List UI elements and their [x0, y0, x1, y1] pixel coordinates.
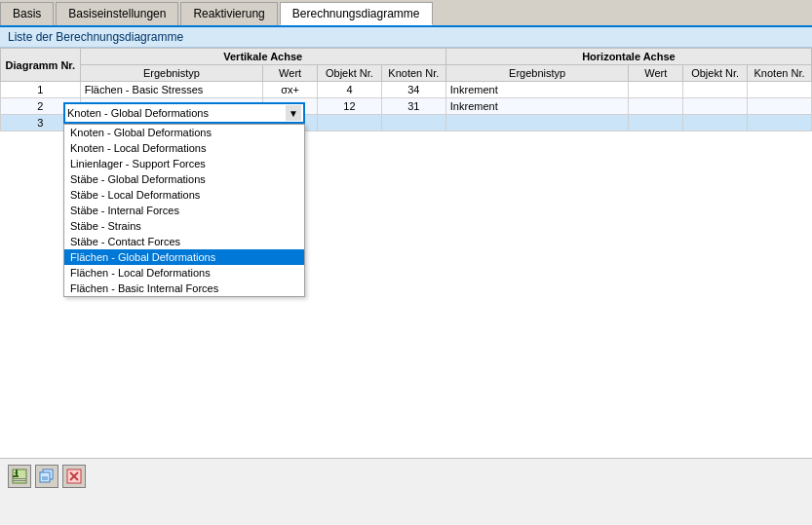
- col-header-diagramm: Diagramm Nr.: [1, 49, 81, 82]
- col-header-wert2: Wert: [629, 65, 683, 82]
- dropdown-item[interactable]: Flächen - Basic Internal Forces: [64, 281, 304, 296]
- cell-wert2: [629, 82, 683, 98]
- table-container: Diagramm Nr. Vertikale Achse Horizontale…: [0, 48, 812, 493]
- cell-nr: 1: [1, 82, 81, 98]
- dropdown-wrapper: Knoten - Global Deformations ▼ Knoten - …: [63, 102, 305, 297]
- col-header-objekt2: Objekt Nr.: [683, 65, 748, 82]
- add-row-button[interactable]: +: [8, 465, 31, 488]
- dropdown-item[interactable]: Knoten - Global Deformations: [64, 125, 304, 140]
- col-header-ergebnistyp: Ergebnistyp: [80, 65, 263, 82]
- delete-row-button[interactable]: [62, 465, 86, 488]
- col-header-objekt: Objekt Nr.: [318, 65, 382, 82]
- svg-text:+: +: [14, 469, 19, 477]
- dropdown-item[interactable]: Linienlager - Support Forces: [64, 156, 304, 171]
- col-header-vertikale: Vertikale Achse: [80, 49, 445, 65]
- cell-wert2: [629, 98, 683, 115]
- col-header-knoten2: Knoten Nr.: [748, 65, 812, 82]
- cell-knoten2: [748, 115, 812, 131]
- copy-row-button[interactable]: [35, 465, 58, 488]
- cell-knoten2: [748, 82, 812, 98]
- dropdown-cell[interactable]: Knoten - Global Deformations ▼: [63, 102, 305, 124]
- col-header-horizontale: Horizontale Achse: [445, 49, 811, 65]
- dropdown-item[interactable]: Flächen - Global Deformations: [64, 249, 304, 265]
- dropdown-item[interactable]: Stäbe - Local Deformations: [64, 187, 304, 203]
- cell-ergebnistyp2: Inkrement: [445, 98, 629, 115]
- dropdown-item[interactable]: Stäbe - Contact Forces: [64, 234, 304, 249]
- col-header-ergebnistyp2: Ergebnistyp: [445, 65, 629, 82]
- dropdown-item[interactable]: Stäbe - Strains: [64, 218, 304, 234]
- tab-basis[interactable]: Basis: [0, 2, 54, 25]
- dropdown-item[interactable]: Stäbe - Global Deformations: [64, 171, 304, 187]
- cell-knoten2: [748, 98, 812, 115]
- cell-objekt: [318, 115, 382, 131]
- svg-rect-4: [13, 480, 26, 481]
- col-header-wert: Wert: [263, 65, 318, 82]
- cell-objekt2: [683, 82, 748, 98]
- cell-wert: σx+: [263, 82, 318, 98]
- tab-reaktivierung[interactable]: Reaktivierung: [180, 2, 277, 25]
- dropdown-item[interactable]: Stäbe - Internal Forces: [64, 203, 304, 218]
- cell-ergebnistyp2: [445, 115, 629, 131]
- cell-objekt: 4: [318, 82, 382, 98]
- dropdown-arrow-icon[interactable]: ▼: [286, 105, 301, 121]
- dropdown-list: Knoten - Global DeformationsKnoten - Loc…: [63, 124, 305, 297]
- tab-berechnungsdiagramme[interactable]: Berechnungsdiagramme: [280, 2, 433, 25]
- svg-rect-3: [13, 478, 26, 479]
- cell-knoten: 34: [381, 82, 445, 98]
- col-header-knoten: Knoten Nr.: [381, 65, 445, 82]
- dropdown-item[interactable]: Knoten - Local Deformations: [64, 140, 304, 156]
- dropdown-list-inner[interactable]: Knoten - Global DeformationsKnoten - Loc…: [64, 125, 304, 296]
- dropdown-selected-text: Knoten - Global Deformations: [67, 107, 286, 119]
- cell-objekt2: [683, 115, 748, 131]
- section-header: Liste der Berechnungsdiagramme: [0, 27, 812, 48]
- cell-knoten: [381, 115, 445, 131]
- cell-ergebnistyp2: Inkrement: [445, 82, 629, 98]
- cell-wert2: [629, 115, 683, 131]
- tab-basiseinstellungen[interactable]: Basiseinstellungen: [56, 2, 178, 25]
- cell-objekt2: [683, 98, 748, 115]
- cell-ergebnistyp: Flächen - Basic Stresses: [80, 82, 263, 98]
- dropdown-item[interactable]: Flächen - Local Deformations: [64, 265, 304, 281]
- bottom-toolbar: +: [0, 458, 812, 493]
- tab-bar: Basis Basiseinstellungen Reaktivierung B…: [0, 0, 812, 27]
- table-row[interactable]: 1 Flächen - Basic Stresses σx+ 4 34 Inkr…: [1, 82, 812, 98]
- cell-objekt: 12: [318, 98, 382, 115]
- cell-knoten: 31: [381, 98, 445, 115]
